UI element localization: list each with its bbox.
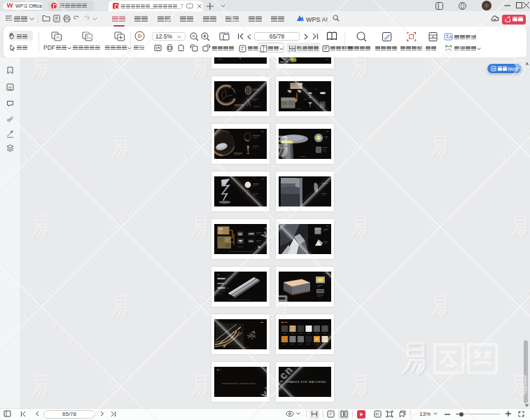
svg-text:THANKS FOR WATCHING: THANKS FOR WATCHING: [286, 381, 326, 384]
